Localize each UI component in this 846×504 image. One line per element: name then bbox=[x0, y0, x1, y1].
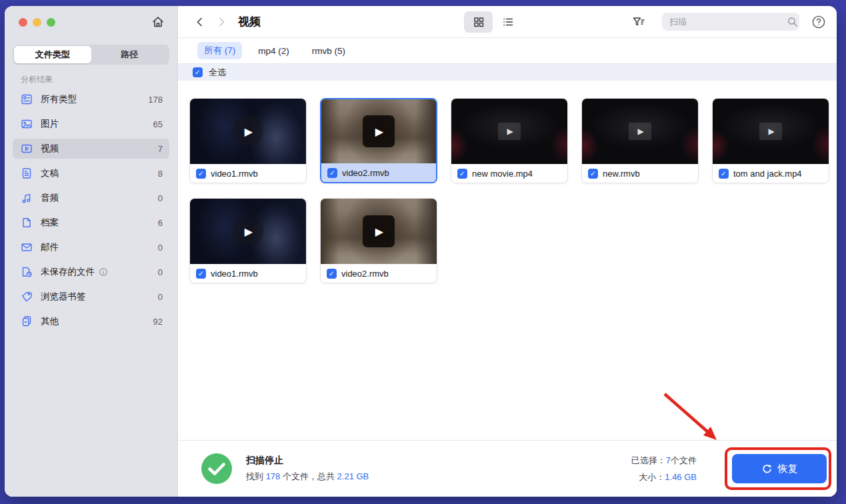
file-checkbox[interactable]: ✓ bbox=[457, 169, 467, 179]
sidebar-item-count: 92 bbox=[153, 317, 163, 327]
back-icon[interactable] bbox=[194, 16, 206, 28]
success-check-icon bbox=[201, 453, 233, 485]
play-icon: ▶ bbox=[759, 123, 782, 140]
close-window-button[interactable] bbox=[19, 18, 27, 27]
images-icon bbox=[21, 118, 33, 130]
play-icon: ▶ bbox=[498, 123, 521, 140]
file-card-new-movie[interactable]: ▶ ✓ new movie.mp4 bbox=[451, 98, 568, 183]
sidebar-item-video[interactable]: 视频 7 bbox=[13, 139, 169, 159]
sidebar-item-all-types[interactable]: 所有类型 178 bbox=[13, 89, 169, 109]
list-view-button[interactable] bbox=[496, 11, 520, 33]
file-checkbox[interactable]: ✓ bbox=[588, 169, 598, 179]
home-icon[interactable] bbox=[151, 15, 165, 29]
play-icon: ▶ bbox=[233, 116, 263, 147]
file-checkbox[interactable]: ✓ bbox=[196, 169, 206, 179]
recover-button-label: 恢复 bbox=[778, 463, 798, 475]
recover-refresh-icon bbox=[761, 463, 773, 475]
video-thumbnail: ▶ bbox=[321, 199, 437, 264]
select-all-bar: ✓ 全选 bbox=[178, 63, 837, 81]
grid-view-button[interactable] bbox=[464, 11, 493, 33]
sidebar-item-label: 其他 bbox=[41, 315, 59, 327]
sidebar-item-audio[interactable]: 音频 0 bbox=[13, 188, 169, 208]
tab-file-type[interactable]: 文件类型 bbox=[14, 46, 91, 63]
video-thumbnail: ▶ bbox=[190, 199, 306, 264]
documents-icon bbox=[21, 167, 33, 179]
filter-rmvb[interactable]: rmvb (5) bbox=[305, 43, 352, 59]
file-grid-area: ▶ ✓ video1.rmvb ▶ ✓ video2.rmvb bbox=[178, 81, 837, 440]
sidebar-item-archives[interactable]: 档案 6 bbox=[13, 213, 169, 233]
file-name: video1.rmvb bbox=[211, 269, 258, 279]
filter-mp4[interactable]: mp4 (2) bbox=[251, 43, 296, 59]
page-title: 视频 bbox=[238, 14, 261, 29]
sidebar-item-documents[interactable]: 文稿 8 bbox=[13, 163, 169, 183]
sidebar-item-count: 0 bbox=[158, 267, 163, 277]
minimize-window-button[interactable] bbox=[33, 18, 41, 27]
select-all-label: 全选 bbox=[209, 67, 226, 79]
sidebar-item-label: 邮件 bbox=[41, 241, 59, 253]
file-checkbox[interactable]: ✓ bbox=[327, 168, 337, 178]
sidebar-item-images[interactable]: 图片 65 bbox=[13, 114, 169, 134]
sidebar-item-count: 0 bbox=[158, 243, 163, 253]
audio-icon bbox=[21, 192, 33, 204]
sidebar-item-mail[interactable]: 邮件 0 bbox=[13, 237, 169, 257]
tab-path[interactable]: 路径 bbox=[91, 46, 169, 63]
search-icon[interactable] bbox=[787, 16, 798, 27]
sidebar-item-count: 178 bbox=[148, 95, 163, 105]
total-size: 2.21 GB bbox=[337, 471, 369, 481]
file-checkbox[interactable]: ✓ bbox=[719, 169, 729, 179]
video-thumbnail: ▶ bbox=[451, 99, 567, 164]
analysis-results-label: 分析结果 bbox=[21, 74, 177, 85]
file-name: video2.rmvb bbox=[341, 269, 389, 279]
scan-status-detail: 找到 178 个文件，总共 2.21 GB bbox=[246, 471, 369, 483]
zoom-window-button[interactable] bbox=[47, 18, 55, 27]
file-name: video1.rmvb bbox=[211, 169, 258, 179]
selection-stats: 已选择：7个文件 大小：1.46 GB bbox=[631, 452, 697, 485]
help-icon[interactable] bbox=[811, 15, 826, 29]
filter-icon[interactable] bbox=[631, 15, 646, 29]
sidebar-item-browser-bookmarks[interactable]: 浏览器书签 0 bbox=[13, 287, 169, 307]
file-type-list: 所有类型 178 图片 65 视频 7 文稿 bbox=[5, 89, 177, 331]
sidebar-titlebar bbox=[5, 6, 177, 38]
file-name: tom and jack.mp4 bbox=[733, 169, 802, 179]
search-input[interactable] bbox=[669, 17, 787, 27]
window-controls bbox=[19, 18, 55, 27]
sidebar-item-label: 所有类型 bbox=[41, 93, 77, 105]
forward-icon[interactable] bbox=[215, 16, 227, 28]
archives-icon bbox=[21, 217, 33, 229]
file-grid: ▶ ✓ video1.rmvb ▶ ✓ video2.rmvb bbox=[178, 81, 837, 283]
mail-icon bbox=[21, 241, 33, 253]
play-icon: ▶ bbox=[363, 215, 395, 247]
file-card-new-rmvb[interactable]: ▶ ✓ new.rmvb bbox=[581, 98, 699, 183]
unsaved-files-icon bbox=[21, 266, 33, 278]
sidebar-item-label: 浏览器书签 bbox=[41, 291, 86, 303]
recover-button[interactable]: 恢复 bbox=[732, 454, 827, 483]
video-thumbnail: ▶ bbox=[190, 99, 306, 164]
bookmarks-icon bbox=[21, 291, 33, 303]
file-card-video1-row2[interactable]: ▶ ✓ video1.rmvb bbox=[189, 198, 307, 283]
file-checkbox[interactable]: ✓ bbox=[196, 269, 206, 279]
play-icon: ▶ bbox=[629, 123, 651, 140]
sidebar-item-unsaved-files[interactable]: 未保存的文件 0 bbox=[13, 262, 169, 282]
main-panel: 视频 所有 (7) mp4 bbox=[178, 6, 837, 497]
file-checkbox[interactable]: ✓ bbox=[327, 269, 337, 279]
file-card-video2-row2[interactable]: ▶ ✓ video2.rmvb bbox=[320, 198, 437, 283]
extension-filter-tabs: 所有 (7) mp4 (2) rmvb (5) bbox=[178, 38, 837, 63]
play-icon: ▶ bbox=[233, 216, 263, 247]
sidebar-item-label: 音频 bbox=[41, 192, 59, 204]
sidebar-item-label: 图片 bbox=[41, 118, 59, 130]
sidebar-item-count: 0 bbox=[158, 292, 163, 302]
selected-count: 7 bbox=[666, 455, 671, 465]
sidebar-item-count: 8 bbox=[158, 169, 163, 179]
file-card-tom-and-jack[interactable]: ▶ ✓ tom and jack.mp4 bbox=[712, 98, 829, 183]
sidebar-item-count: 6 bbox=[158, 218, 163, 228]
file-name: video2.rmvb bbox=[342, 168, 389, 178]
info-icon[interactable] bbox=[99, 267, 108, 277]
filter-all[interactable]: 所有 (7) bbox=[197, 42, 242, 59]
file-card-video1[interactable]: ▶ ✓ video1.rmvb bbox=[189, 98, 307, 183]
sidebar-item-other[interactable]: 其他 92 bbox=[13, 311, 169, 331]
file-card-video2[interactable]: ▶ ✓ video2.rmvb bbox=[320, 98, 437, 183]
sidebar-item-count: 7 bbox=[158, 144, 163, 154]
sidebar-item-label: 视频 bbox=[41, 143, 59, 155]
sidebar-item-count: 65 bbox=[153, 119, 163, 129]
select-all-checkbox[interactable]: ✓ bbox=[193, 67, 203, 77]
